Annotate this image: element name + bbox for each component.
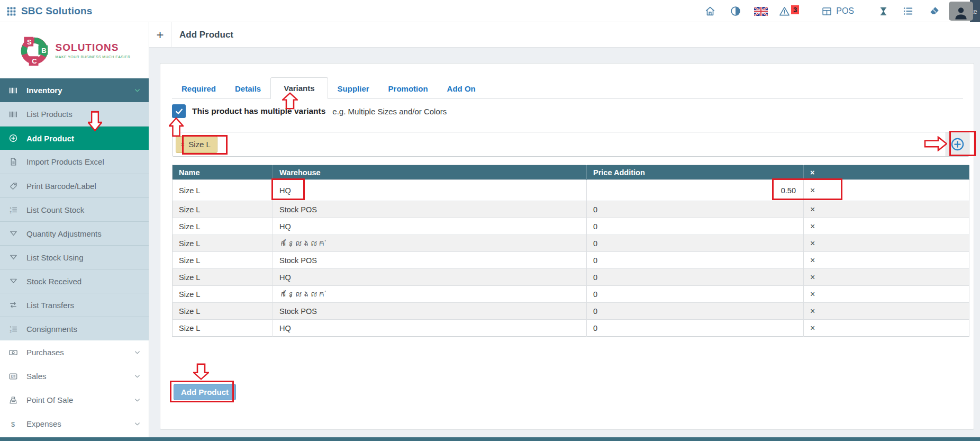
sidebar-item-print-barcode-label[interactable]: Print Barcode/Label [0,174,149,197]
sidebar-item-list-transfers[interactable]: List Transfers [0,293,149,317]
column-header-price-addition: Price Addition [587,165,804,180]
remove-row-icon[interactable]: × [810,323,815,332]
contrast-icon[interactable] [730,5,741,17]
remove-row-icon[interactable]: × [810,273,815,282]
cell-price-addition[interactable]: 0 [587,303,804,320]
remove-row-icon[interactable]: × [810,239,815,248]
cell-price-addition[interactable]: 0 [587,252,804,269]
add-variant-button[interactable] [946,132,969,156]
brand[interactable]: SBC Solutions [6,0,93,22]
avatar[interactable] [949,2,973,21]
sidebar-item-sales[interactable]: $Sales [0,364,149,388]
remove-row-icon[interactable]: × [810,222,815,231]
sidebar-item-label: Consignments [26,325,77,334]
cell-variant-name: Size L [173,235,273,252]
list-icon[interactable] [902,5,914,17]
cell-variant-name: Size L [173,286,273,303]
alert-count-badge: 3 [791,5,799,14]
column-header-warehouse: Warehouse [273,165,587,180]
alerts-button[interactable]: 3 [778,5,799,17]
sidebar-item-inventory[interactable]: Inventory [0,78,149,102]
sidebar-item-expenses[interactable]: $Expenses [0,412,149,436]
pos-label: POS [836,6,854,16]
sidebar-item-point-of-sale[interactable]: Point Of Sale [0,388,149,412]
sidebar-item-label: Expenses [26,419,61,428]
table-row: Size LHQ× [173,180,969,201]
apps-grid-icon [6,6,16,16]
sidebar-item-list-count-stock[interactable]: 12List Count Stock [0,197,149,221]
variant-chip[interactable]: × Size L [176,136,217,153]
tab-add-on[interactable]: Add On [438,79,485,98]
remove-row-icon[interactable]: × [810,186,815,195]
remove-row-icon[interactable]: × [810,256,815,265]
eraser-icon[interactable] [929,5,940,17]
sidebar-item-label: Point Of Sale [26,395,73,404]
cell-warehouse: Stock POS [273,303,587,320]
home-icon[interactable] [704,5,716,17]
table-row: Size LHQ0× [173,269,969,286]
money-icon [8,348,18,357]
sidebar-menu: InventoryList ProductsAdd ProductImport … [0,78,149,436]
variant-select-input[interactable]: × Size L [172,132,969,157]
cell-price-addition[interactable]: 0 [587,286,804,303]
remove-row-icon[interactable]: × [810,205,815,214]
cell-price-addition[interactable]: 0 [587,235,804,252]
cell-variant-name: Size L [173,252,273,269]
remove-row-icon[interactable]: × [810,307,815,316]
new-tab-button[interactable]: + [149,22,171,48]
barcode-icon [8,110,18,119]
hourglass-icon[interactable] [878,6,888,16]
chip-remove-icon[interactable]: × [180,140,185,149]
chevron-down-icon [133,420,141,428]
cell-price-addition[interactable]: 0 [587,320,804,337]
tab-promotion[interactable]: Promotion [379,79,438,98]
language-flag-icon[interactable] [754,7,768,16]
chevron-down-icon [133,372,141,380]
sidebar-item-purchases[interactable]: Purchases [0,340,149,364]
table-row: Size LStock POS0× [173,252,969,269]
svg-text:$: $ [11,420,15,428]
sidebar-item-import-products-excel[interactable]: Import Products Excel [0,150,149,174]
barcode-icon [8,86,18,95]
sidebar-item-label: List Stock Using [26,253,84,262]
sidebar-item-list-stock-using[interactable]: List Stock Using [0,245,149,269]
svg-text:1: 1 [10,206,12,209]
cell-variant-name: Size L [173,269,273,286]
variant-chip-area[interactable]: × Size L [173,132,946,156]
numbered-list-icon: 12 [8,205,18,214]
cell-warehouse: HQ [273,180,587,201]
plus-circle-icon [950,137,965,151]
sidebar-item-label: Import Products Excel [26,157,104,166]
sidebar-item-consignments[interactable]: 12Consignments [0,317,149,340]
tab-supplier[interactable]: Supplier [328,79,379,98]
sidebar-item-stock-received[interactable]: Stock Received [0,269,149,293]
price-addition-input[interactable] [728,186,797,195]
cell-warehouse: Stock POS [273,201,587,218]
sidebar-item-list-products[interactable]: List Products [0,102,149,126]
tab-variants[interactable]: Variants [270,77,328,99]
variants-table: NameWarehousePrice Addition× Size LHQ×Si… [172,165,969,337]
remove-row-icon[interactable]: × [810,290,815,299]
topbar-actions: 3 POS te [704,0,980,22]
dollar-icon: $ [8,419,18,429]
cell-price-addition[interactable]: 0 [587,269,804,286]
sidebar-item-label: Print Barcode/Label [26,182,96,191]
cell-variant-name: Size L [173,320,273,337]
tab-details[interactable]: Details [225,79,270,98]
pos-button[interactable]: POS [821,6,854,17]
cell-price-addition[interactable]: 0 [587,218,804,235]
multiple-variants-checkbox[interactable] [172,104,186,118]
window-tabstrip: + Add Product [149,22,980,48]
footer-bar [0,437,980,441]
sidebar-item-add-product[interactable]: Add Product [0,126,149,150]
logo-mark: S B C [19,34,50,66]
add-product-submit-button[interactable]: Add Product [174,384,236,400]
sidebar-item-label: Sales [26,372,47,381]
warning-icon [778,5,791,17]
chevron-down-icon [133,348,141,356]
cell-warehouse: HQ [273,269,587,286]
tab-required[interactable]: Required [172,79,225,98]
funnel-icon [8,229,18,238]
sidebar-item-quantity-adjustments[interactable]: Quantity Adjustments [0,221,149,245]
cell-price-addition[interactable]: 0 [587,201,804,218]
